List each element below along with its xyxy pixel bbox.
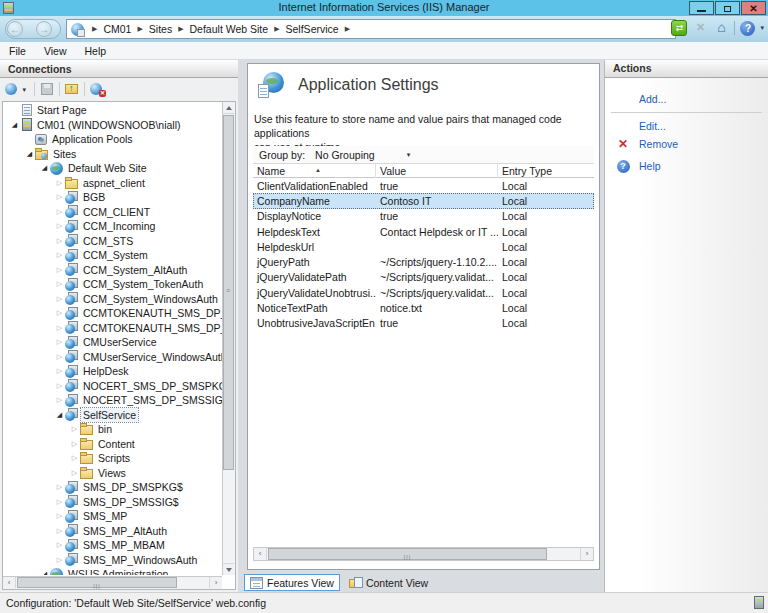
tree-item-bgb[interactable]: ▷BGB <box>3 190 235 205</box>
close-button[interactable]: ✕ <box>741 1 766 15</box>
expand-arrow-icon[interactable]: ▷ <box>54 350 65 365</box>
title-bar[interactable]: Internet Information Services (IIS) Mana… <box>0 0 768 16</box>
tree-item-ccm-system-windowsauth[interactable]: ▷CCM_System_WindowsAuth <box>3 292 235 307</box>
tree-item-start-page[interactable]: Start Page <box>3 103 235 118</box>
tree-item-ccm-client[interactable]: ▷CCM_CLIENT <box>3 205 235 220</box>
menu-help[interactable]: Help <box>76 45 116 57</box>
collapse-arrow-icon[interactable]: ◢ <box>24 147 35 162</box>
tree-item-aspnet-client[interactable]: ▷aspnet_client <box>3 176 235 191</box>
column-header-entry-type[interactable]: Entry Type <box>498 164 594 178</box>
expand-arrow-icon[interactable]: ▷ <box>54 277 65 292</box>
scroll-thumb[interactable]: ≡ <box>223 115 234 470</box>
tree-item-ccmtokenauth-sms-dp-smssig[interactable]: ▷CCMTOKENAUTH_SMS_DP_SMSSIG$ <box>3 321 235 336</box>
scroll-thumb[interactable]: ||| <box>268 548 547 560</box>
scroll-left-button[interactable]: ‹ <box>254 548 267 560</box>
delete-connection-icon[interactable]: ✕ <box>89 81 105 97</box>
tree-item-scripts[interactable]: ▷Scripts <box>3 451 235 466</box>
tree-item-bin[interactable]: ▷bin <box>3 422 235 437</box>
table-horizontal-scrollbar[interactable]: ‹ ||| › <box>253 547 594 561</box>
expand-arrow-icon[interactable]: ▷ <box>54 205 65 220</box>
table-row-clientvalidationenabled[interactable]: ClientValidationEnabledtrueLocal <box>253 178 594 193</box>
expand-arrow-icon[interactable]: ▷ <box>54 292 65 307</box>
help-action[interactable]: ? Help <box>605 157 768 175</box>
tree-item-default-web-site[interactable]: ◢Default Web Site <box>3 161 235 176</box>
restore-button[interactable] <box>715 1 740 15</box>
expand-arrow-icon[interactable]: ▷ <box>54 524 65 539</box>
scroll-left-button[interactable]: ‹ <box>3 577 16 588</box>
collapse-arrow-icon[interactable]: ◢ <box>39 161 50 176</box>
tree-item-cm01-windowsnoob-niall[interactable]: ◢CM01 (WINDOWSNOOB\niall) <box>3 118 235 133</box>
breadcrumb[interactable]: ▶CM01▶Sites▶Default Web Site▶SelfService… <box>66 19 676 39</box>
expand-arrow-icon[interactable]: ▷ <box>54 495 65 510</box>
tree-item-sms-dp-smspkg[interactable]: ▷SMS_DP_SMSPKG$ <box>3 480 235 495</box>
tree-item-content[interactable]: ▷Content <box>3 437 235 452</box>
back-button[interactable]: ← <box>7 21 23 37</box>
tree-item-selfservice[interactable]: ◢SelfService <box>3 408 235 423</box>
tree-item-helpdesk[interactable]: ▷HelpDesk <box>3 364 235 379</box>
tab-features-view[interactable]: Features View <box>244 574 340 591</box>
tree-item-wsus-administration[interactable]: ◢WSUS Administration <box>3 567 235 575</box>
tree-item-ccm-system-altauth[interactable]: ▷CCM_System_AltAuth <box>3 263 235 278</box>
minimize-button[interactable] <box>689 1 714 15</box>
expand-arrow-icon[interactable]: ▷ <box>69 451 80 466</box>
home-icon[interactable]: ⌂ <box>713 20 729 36</box>
column-header-name[interactable]: Name▲ <box>253 164 376 178</box>
tree-item-sms-mp-altauth[interactable]: ▷SMS_MP_AltAuth <box>3 524 235 539</box>
table-row-displaynotice[interactable]: DisplayNoticetrueLocal <box>253 209 594 224</box>
expand-arrow-icon[interactable]: ▷ <box>54 364 65 379</box>
tree-item-application-pools[interactable]: Application Pools <box>3 132 235 147</box>
breadcrumb-cm01[interactable]: CM01 <box>103 23 131 35</box>
scroll-thumb[interactable]: ||| <box>17 577 177 588</box>
table-row-jqueryvalidateunobtrusi[interactable]: jQueryValidateUnobtrusi...~/Scripts/jque… <box>253 285 594 300</box>
expand-arrow-icon[interactable]: ▷ <box>54 553 65 568</box>
forward-button[interactable]: → <box>36 21 52 37</box>
expand-arrow-icon[interactable]: ▷ <box>69 422 80 437</box>
expand-arrow-icon[interactable]: ▷ <box>54 306 65 321</box>
add-action[interactable]: Add... <box>605 90 768 108</box>
tree-item-cmuserservice-windowsauth[interactable]: ▷CMUserService_WindowsAuth <box>3 350 235 365</box>
scroll-up-button[interactable] <box>223 102 234 114</box>
tree-item-ccm-system[interactable]: ▷CCM_System <box>3 248 235 263</box>
tree-item-views[interactable]: ▷Views <box>3 466 235 481</box>
expand-arrow-icon[interactable]: ▷ <box>54 480 65 495</box>
tree-item-ccmtokenauth-sms-dp-smspkg[interactable]: ▷CCMTOKENAUTH_SMS_DP_SMSPKG$ <box>3 306 235 321</box>
expand-arrow-icon[interactable]: ▷ <box>54 379 65 394</box>
expand-arrow-icon[interactable]: ▷ <box>54 509 65 524</box>
expand-arrow-icon[interactable]: ▷ <box>54 176 65 191</box>
connect-icon[interactable]: ▾ <box>4 81 20 97</box>
help-icon[interactable]: ? <box>740 21 755 36</box>
expand-arrow-icon[interactable]: ▷ <box>54 263 65 278</box>
expand-arrow-icon[interactable]: ▷ <box>54 190 65 205</box>
chevron-down-icon[interactable]: ▾ <box>407 151 411 159</box>
breadcrumb-default-web-site[interactable]: Default Web Site <box>190 23 269 35</box>
collapse-arrow-icon[interactable]: ◢ <box>54 408 65 423</box>
table-row-noticetextpath[interactable]: NoticeTextPathnotice.txtLocal <box>253 300 594 315</box>
tree-item-ccm-system-tokenauth[interactable]: ▷CCM_System_TokenAuth <box>3 277 235 292</box>
expand-arrow-icon[interactable]: ▷ <box>69 466 80 481</box>
column-header-value[interactable]: Value <box>376 164 498 178</box>
tree-item-cmuserservice[interactable]: ▷CMUserService <box>3 335 235 350</box>
expand-arrow-icon[interactable]: ▷ <box>54 219 65 234</box>
breadcrumb-selfservice[interactable]: SelfService <box>286 23 339 35</box>
tab-content-view[interactable]: Content View <box>344 574 433 591</box>
tree-horizontal-scrollbar[interactable]: ‹ ||| › <box>3 576 222 589</box>
table-row-jqueryvalidatepath[interactable]: jQueryValidatePath~/Scripts/jquery.valid… <box>253 270 594 285</box>
tree-item-sms-mp-windowsauth[interactable]: ▷SMS_MP_WindowsAuth <box>3 553 235 568</box>
expand-arrow-icon[interactable]: ▷ <box>54 321 65 336</box>
edit-action[interactable]: Edit... <box>605 117 768 135</box>
group-by-select[interactable]: No Grouping <box>315 149 375 161</box>
table-row-companyname[interactable]: CompanyNameContoso ITLocal <box>253 193 594 208</box>
remove-action[interactable]: ✕ Remove <box>605 135 768 153</box>
expand-arrow-icon[interactable]: ▷ <box>54 335 65 350</box>
scroll-down-button[interactable] <box>223 563 234 575</box>
scroll-right-button[interactable]: › <box>580 548 593 560</box>
table-row-helpdesktext[interactable]: HelpdeskTextContact Helpdesk or IT ...Lo… <box>253 224 594 239</box>
expand-arrow-icon[interactable]: ▷ <box>54 393 65 408</box>
table-row-jquerypath[interactable]: jQueryPath~/Scripts/jquery-1.10.2....Loc… <box>253 254 594 269</box>
menu-file[interactable]: File <box>0 45 35 57</box>
scroll-right-button[interactable]: › <box>209 577 222 588</box>
tree-item-sms-mp-mbam[interactable]: ▷SMS_MP_MBAM <box>3 538 235 553</box>
tree-item-sms-dp-smssig[interactable]: ▷SMS_DP_SMSSIG$ <box>3 495 235 510</box>
breadcrumb-sites[interactable]: Sites <box>149 23 172 35</box>
help-dropdown-caret-icon[interactable]: ▾ <box>760 24 764 32</box>
